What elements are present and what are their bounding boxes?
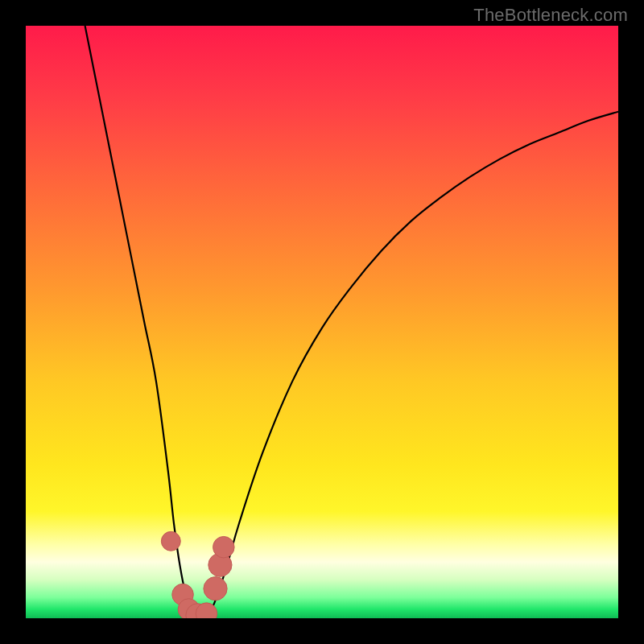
curve-marker [161,531,180,551]
chart-svg [26,26,618,618]
watermark-text: TheBottleneck.com [473,5,628,26]
curve-marker [204,577,227,601]
gradient-background [26,26,618,618]
plot-area [26,26,618,618]
chart-frame: TheBottleneck.com [0,0,644,644]
curve-marker [213,536,235,558]
